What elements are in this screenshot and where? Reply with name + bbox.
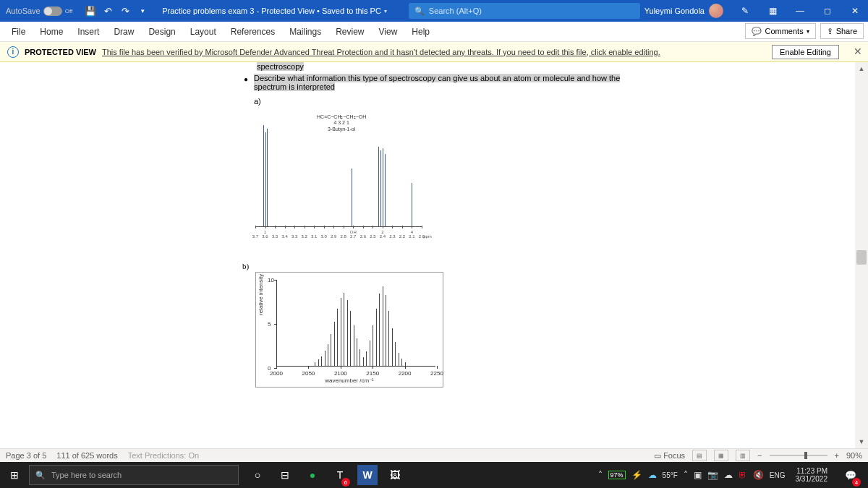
photos-icon[interactable]: 🖼: [382, 462, 408, 488]
chart-b-xaxis: [276, 366, 435, 367]
document-content: spectroscopy ● Describe what information…: [244, 62, 649, 388]
text-spectroscopy: spectroscopy: [257, 62, 304, 71]
minimize-button[interactable]: —: [787, 0, 813, 22]
print-layout-icon[interactable]: ▦: [714, 450, 728, 461]
search-placeholder: Search (Alt+Q): [429, 7, 482, 15]
spotify-icon[interactable]: ●: [299, 462, 326, 488]
search-icon: 🔍: [35, 471, 46, 480]
taskbar-search-placeholder: Type here to search: [51, 471, 122, 479]
tab-home[interactable]: Home: [33, 22, 70, 42]
redo-icon[interactable]: ↷: [117, 3, 133, 19]
qat-dropdown-icon[interactable]: ▾: [135, 3, 150, 19]
camera-icon[interactable]: 📷: [707, 470, 718, 480]
zoom-slider[interactable]: [770, 455, 827, 456]
tab-design[interactable]: Design: [141, 22, 182, 42]
scroll-thumb[interactable]: [856, 250, 867, 265]
word-icon[interactable]: W: [357, 465, 378, 485]
undo-icon[interactable]: ↶: [100, 3, 116, 19]
word-count[interactable]: 111 of 625 words: [56, 451, 117, 460]
tab-layout[interactable]: Layout: [183, 22, 224, 42]
clock[interactable]: 11:23 PM 3/31/2022: [791, 467, 833, 483]
chart-a-xaxis: [255, 226, 422, 227]
tab-insert[interactable]: Insert: [70, 22, 106, 42]
page: spectroscopy ● Describe what information…: [0, 62, 855, 388]
search-icon: 🔍: [414, 7, 425, 16]
bullet-text: Describe what information this type of s…: [254, 74, 620, 91]
time: 11:23 PM: [796, 467, 828, 475]
tray-chevron-icon[interactable]: ˄: [598, 470, 603, 480]
tab-mailings[interactable]: Mailings: [282, 22, 328, 42]
share-button[interactable]: ⇪Share: [820, 23, 864, 39]
chart-b-ylabel: relative intensity: [258, 274, 264, 315]
autosave-toggle[interactable]: AutoSave Off: [0, 7, 78, 16]
taskbar-search[interactable]: 🔍 Type here to search: [29, 465, 239, 485]
onedrive-icon[interactable]: ☁: [724, 470, 733, 480]
notifications-icon[interactable]: 💬4: [838, 462, 864, 488]
tab-draw[interactable]: Draw: [106, 22, 141, 42]
bullet-icon: ●: [244, 75, 248, 91]
document-title[interactable]: Practice problems exam 3 - Protected Vie…: [155, 7, 394, 15]
text-predictions[interactable]: Text Predictions: On: [128, 451, 199, 460]
toggle-switch[interactable]: [43, 7, 62, 16]
pen-icon[interactable]: ✎: [732, 0, 758, 22]
ribbon-right: 💬Comments▾ ⇪Share: [745, 23, 864, 39]
protected-view-message[interactable]: This file has been verified by Microsoft…: [102, 48, 660, 56]
user-account[interactable]: Yuleymi Gondola: [637, 4, 731, 18]
chart-nmr: HC≡C−CH₂−CH₂−OH 4 3 2 1 3-Butyn-1-ol 3.7…: [255, 110, 429, 240]
battery-indicator[interactable]: 97%: [608, 471, 626, 479]
language-indicator[interactable]: ENG: [770, 471, 786, 479]
tab-help[interactable]: Help: [404, 22, 437, 42]
focus-button[interactable]: ▭ Focus: [654, 451, 685, 461]
start-button[interactable]: ⊞: [0, 462, 29, 488]
weather-temp[interactable]: 55°F: [663, 471, 678, 479]
ribbon-display-icon[interactable]: ▦: [760, 0, 786, 22]
cast-icon[interactable]: ▣: [694, 470, 702, 480]
security-icon[interactable]: ⛨: [739, 470, 747, 480]
info-icon: i: [7, 46, 19, 58]
tab-view[interactable]: View: [372, 22, 405, 42]
chevron-down-icon[interactable]: ▾: [384, 8, 387, 14]
web-layout-icon[interactable]: ▥: [736, 450, 750, 461]
page-indicator[interactable]: Page 3 of 5: [6, 451, 46, 460]
scroll-up-icon[interactable]: ▲: [855, 62, 868, 75]
autosave-state: Off: [65, 8, 73, 14]
read-mode-icon[interactable]: ▤: [692, 450, 707, 461]
windows-taskbar: ⊞ 🔍 Type here to search ○ ⊟ ● T6 W 🖼 ˄ 9…: [0, 462, 868, 488]
zoom-in-button[interactable]: +: [835, 451, 839, 460]
tray-up-icon[interactable]: ˄: [684, 470, 688, 480]
comments-button[interactable]: 💬Comments▾: [745, 23, 815, 39]
user-name: Yuleymi Gondola: [644, 7, 705, 15]
comment-icon: 💬: [752, 27, 762, 36]
share-icon: ⇪: [827, 27, 833, 36]
search-box[interactable]: 🔍 Search (Alt+Q): [409, 3, 640, 19]
avatar[interactable]: [709, 4, 723, 18]
status-bar-right: ▭ Focus ▤ ▦ ▥ − + 90%: [654, 450, 862, 461]
teams-badge: 6: [341, 478, 350, 487]
chart-a-title: HC≡C−CH₂−CH₂−OH 4 3 2 1 3-Butyn-1-ol: [317, 114, 366, 132]
zoom-out-button[interactable]: −: [757, 451, 762, 460]
autosave-label: AutoSave: [6, 7, 41, 15]
title-bar: AutoSave Off 💾 ↶ ↷ ▾ Practice problems e…: [0, 0, 868, 22]
vertical-scrollbar[interactable]: ▲ ▼: [855, 62, 868, 448]
close-button[interactable]: ✕: [842, 0, 868, 22]
weather-icon[interactable]: ☁: [648, 470, 657, 480]
tab-review[interactable]: Review: [328, 22, 371, 42]
scroll-down-icon[interactable]: ▼: [855, 435, 868, 448]
close-icon[interactable]: ✕: [854, 46, 862, 57]
taskbar-apps: ○ ⊟ ● T6 W 🖼: [244, 462, 408, 488]
label-b: b): [242, 262, 649, 270]
cortana-icon[interactable]: ○: [244, 462, 271, 488]
task-view-icon[interactable]: ⊟: [272, 462, 298, 488]
label-a: a): [254, 97, 649, 106]
enable-editing-button[interactable]: Enable Editing: [772, 45, 839, 59]
volume-icon[interactable]: 🔇: [753, 470, 764, 480]
tab-file[interactable]: File: [4, 22, 33, 42]
tab-references[interactable]: References: [224, 22, 282, 42]
zoom-level[interactable]: 90%: [846, 451, 862, 460]
document-area[interactable]: spectroscopy ● Describe what information…: [0, 62, 855, 448]
chart-b-xlabel: wavenumber /cm⁻¹: [325, 377, 374, 384]
save-icon[interactable]: 💾: [82, 3, 98, 19]
status-bar: Page 3 of 5 111 of 625 words Text Predic…: [0, 448, 868, 462]
teams-icon[interactable]: T6: [327, 462, 353, 488]
maximize-button[interactable]: ◻: [814, 0, 841, 22]
